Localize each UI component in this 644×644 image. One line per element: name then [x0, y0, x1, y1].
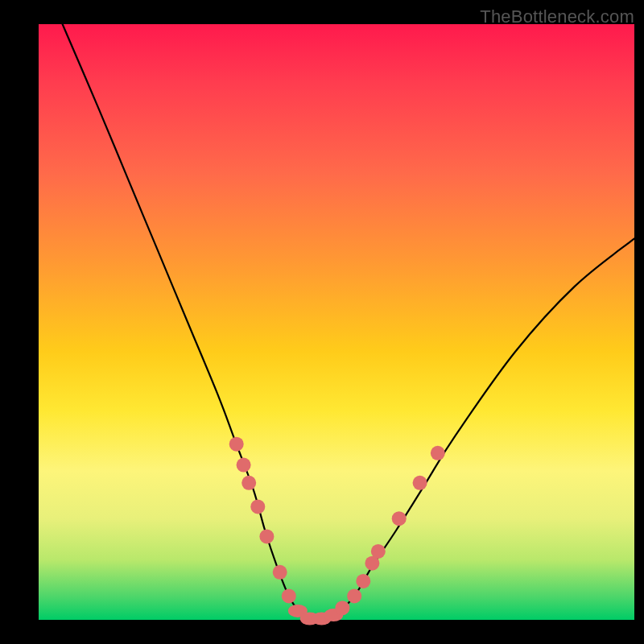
- curve-marker: [242, 476, 256, 490]
- curve-marker: [259, 529, 274, 543]
- chart-frame: TheBottleneck.com: [0, 0, 644, 644]
- curve-marker: [335, 601, 349, 615]
- curve-marker: [371, 544, 386, 559]
- curve-marker: [431, 446, 445, 460]
- curve-marker: [282, 588, 296, 603]
- curve-marker: [237, 458, 251, 473]
- curve-marker: [392, 511, 407, 526]
- curve-marker: [229, 437, 244, 452]
- curve-marker: [413, 476, 427, 490]
- curve-markers: [229, 437, 445, 625]
- bottleneck-curve: [63, 24, 634, 621]
- curve-marker: [356, 574, 370, 588]
- curve-marker: [273, 565, 287, 580]
- curve-marker: [250, 499, 265, 514]
- curve-marker: [347, 588, 361, 603]
- chart-overlay: [39, 24, 634, 620]
